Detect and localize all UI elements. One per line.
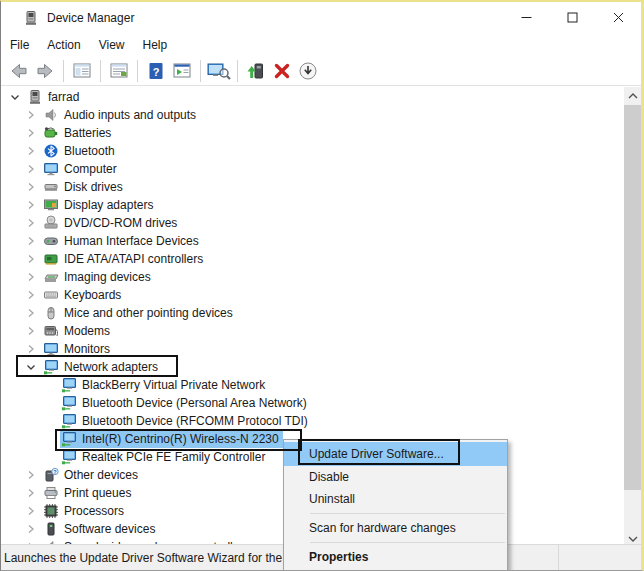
- back-button[interactable]: [7, 59, 31, 83]
- bluetooth-icon: [43, 143, 59, 159]
- action-pane-icon: [172, 61, 192, 81]
- tree-item-batteries[interactable]: Batteries: [1, 124, 623, 142]
- tree-item-monitors[interactable]: Monitors: [1, 340, 623, 358]
- expander-placeholder: [41, 431, 57, 447]
- expander-collapsed-icon[interactable]: [23, 323, 39, 339]
- expander-expanded-icon[interactable]: [23, 359, 39, 375]
- titlebar: Device Manager: [1, 2, 641, 34]
- tree-item-mice-and-other-pointing-devices[interactable]: Mice and other pointing devices: [1, 304, 623, 322]
- tree-item-label: BlackBerry Virtual Private Network: [82, 378, 265, 392]
- update-driver-button[interactable]: [244, 59, 268, 83]
- tree-item-ide-ata-atapi-controllers[interactable]: IDE ATA/ATAPI controllers: [1, 250, 623, 268]
- tree-item-content: Realtek PCIe FE Family Controller: [60, 448, 269, 466]
- tree-item-label: Display adapters: [64, 198, 153, 212]
- tree-item-bluetooth[interactable]: Bluetooth: [1, 142, 623, 160]
- expander-collapsed-icon[interactable]: [23, 107, 39, 123]
- expander-placeholder: [41, 413, 57, 429]
- minimize-button[interactable]: [503, 2, 549, 34]
- close-icon: [613, 11, 624, 26]
- tree-item-disk-drives[interactable]: Disk drives: [1, 178, 623, 196]
- tree-item-content: Mice and other pointing devices: [42, 304, 237, 322]
- expander-placeholder: [41, 377, 57, 393]
- tree-item-bluetooth-device-rfcomm-protocol-tdi[interactable]: Bluetooth Device (RFCOMM Protocol TDI): [1, 412, 623, 430]
- tree-item-keyboards[interactable]: Keyboards: [1, 286, 623, 304]
- context-menu-separator: [310, 513, 505, 514]
- tree-item-dvd-cd-rom-drives[interactable]: DVD/CD-ROM drives: [1, 214, 623, 232]
- action-pane-button[interactable]: [170, 59, 194, 83]
- expander-collapsed-icon[interactable]: [23, 503, 39, 519]
- network-icon: [61, 449, 77, 465]
- tree-item-content: IDE ATA/ATAPI controllers: [42, 250, 207, 268]
- expander-collapsed-icon[interactable]: [23, 197, 39, 213]
- uninstall-button[interactable]: [270, 59, 294, 83]
- close-button[interactable]: [595, 2, 641, 34]
- tree-item-human-interface-devices[interactable]: Human Interface Devices: [1, 232, 623, 250]
- expander-collapsed-icon[interactable]: [23, 143, 39, 159]
- tree-item-network-adapters[interactable]: Network adapters: [1, 358, 623, 376]
- tree-item-content: Network adapters: [42, 358, 162, 376]
- toolbar-separator: [137, 60, 138, 82]
- tree-item-farrad[interactable]: farrad: [1, 88, 623, 106]
- ide-icon: [43, 251, 59, 267]
- audio-icon: [43, 107, 59, 123]
- scrollbar-up-button[interactable]: [624, 87, 641, 104]
- expander-collapsed-icon[interactable]: [23, 125, 39, 141]
- tree-item-label: Other devices: [64, 468, 138, 482]
- tree-item-content: farrad: [26, 88, 83, 106]
- scan-hardware-button[interactable]: [207, 59, 231, 83]
- toolbar-separator: [63, 60, 64, 82]
- context-menu: Update Driver Software...DisableUninstal…: [283, 439, 508, 571]
- console-tree-button[interactable]: [70, 59, 94, 83]
- expander-collapsed-icon[interactable]: [23, 341, 39, 357]
- expander-collapsed-icon[interactable]: [23, 467, 39, 483]
- maximize-icon: [567, 11, 578, 26]
- toolbar-separator: [237, 60, 238, 82]
- tree-item-blackberry-virtual-private-network[interactable]: BlackBerry Virtual Private Network: [1, 376, 623, 394]
- vertical-scrollbar[interactable]: [624, 87, 641, 547]
- expander-collapsed-icon[interactable]: [23, 215, 39, 231]
- context-menu-item-properties[interactable]: Properties: [284, 546, 507, 568]
- status-divider: [558, 545, 559, 571]
- tree-item-label: Computer: [64, 162, 117, 176]
- forward-button[interactable]: [33, 59, 57, 83]
- expander-collapsed-icon[interactable]: [23, 305, 39, 321]
- menu-action[interactable]: Action: [38, 36, 89, 54]
- expander-collapsed-icon[interactable]: [23, 485, 39, 501]
- tree-item-imaging-devices[interactable]: Imaging devices: [1, 268, 623, 286]
- tree-item-display-adapters[interactable]: Display adapters: [1, 196, 623, 214]
- tree-item-content: BlackBerry Virtual Private Network: [60, 376, 269, 394]
- context-menu-item-update-driver-software[interactable]: Update Driver Software...: [284, 442, 507, 466]
- tree-item-content: Audio inputs and outputs: [42, 106, 200, 124]
- context-menu-item-disable[interactable]: Disable: [284, 466, 507, 488]
- scan-hardware-icon: [207, 61, 231, 81]
- tree-item-bluetooth-device-personal-area-network[interactable]: Bluetooth Device (Personal Area Network): [1, 394, 623, 412]
- menu-help[interactable]: Help: [134, 36, 177, 54]
- expander-collapsed-icon[interactable]: [23, 161, 39, 177]
- tree-item-modems[interactable]: Modems: [1, 322, 623, 340]
- context-menu-item-scan-for-hardware-changes[interactable]: Scan for hardware changes: [284, 517, 507, 539]
- expander-expanded-icon[interactable]: [7, 89, 23, 105]
- tree-item-label: Bluetooth: [64, 144, 115, 158]
- context-menu-item-uninstall[interactable]: Uninstall: [284, 488, 507, 510]
- tree-item-label: Intel(R) Centrino(R) Wireless-N 2230: [82, 432, 279, 446]
- expander-collapsed-icon[interactable]: [23, 251, 39, 267]
- tree-item-computer[interactable]: Computer: [1, 160, 623, 178]
- expander-collapsed-icon[interactable]: [23, 521, 39, 537]
- help-button[interactable]: ?: [144, 59, 168, 83]
- expander-collapsed-icon[interactable]: [23, 287, 39, 303]
- monitor-icon: [43, 341, 59, 357]
- expander-collapsed-icon[interactable]: [23, 233, 39, 249]
- tree-item-label: Modems: [64, 324, 110, 338]
- disable-button[interactable]: [296, 59, 320, 83]
- tree-item-audio-inputs-and-outputs[interactable]: Audio inputs and outputs: [1, 106, 623, 124]
- properties-button[interactable]: [107, 59, 131, 83]
- expander-collapsed-icon[interactable]: [23, 179, 39, 195]
- expander-collapsed-icon[interactable]: [23, 269, 39, 285]
- scrollbar-thumb[interactable]: [624, 105, 641, 490]
- status-text: Launches the Update Driver Software Wiza…: [4, 551, 282, 565]
- menu-view[interactable]: View: [90, 36, 134, 54]
- menu-file[interactable]: File: [10, 36, 38, 54]
- maximize-button[interactable]: [549, 2, 595, 34]
- hid-icon: [43, 233, 59, 249]
- tree-item-content: Computer: [42, 160, 121, 178]
